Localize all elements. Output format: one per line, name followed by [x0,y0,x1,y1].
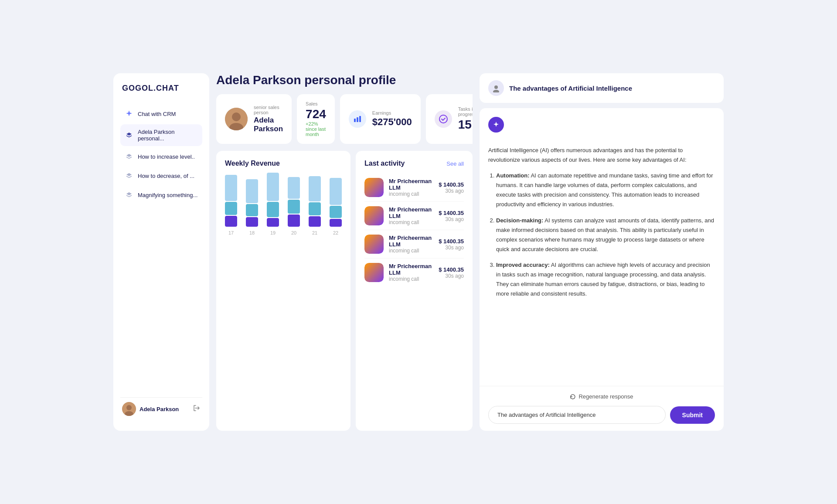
activity-amount: $ 1400.35 [439,210,464,216]
chat-header-title: The advantages of Artificial Intelligenc… [509,85,632,92]
bar-label: 21 [312,230,317,235]
bar-segment-bot [330,219,342,227]
earnings-body: Earnings $275'000 [372,110,412,128]
chat-bubble-row [480,108,724,137]
bar-group: 21 [309,176,321,235]
profile-name: Adela Parkson [254,116,283,133]
svg-point-15 [494,85,498,89]
chart-title: Weekly Revenue [225,160,342,167]
regenerate-button[interactable]: Regenerate response [488,393,715,400]
activity-item: Mr Pricheerman LLM incoming call $ 1400.… [364,202,464,230]
activity-amount: $ 1400.35 [439,181,464,188]
sidebar-nav: Chat with CRM Adela Parkson personal... [120,105,202,390]
activity-avatar [364,235,384,254]
bar-stack [288,177,300,227]
activity-info: Mr Pricheerman LLM incoming call [389,178,433,197]
chat-input[interactable] [488,406,666,424]
sales-card: Sales 724 +22% since last month [297,94,335,144]
right-panel: The advantages of Artificial Intelligenc… [480,73,724,431]
activity-meta: $ 1400.35 30s ago [439,181,464,194]
svg-point-1 [126,405,132,410]
chat-panel: Artificial Intelligence (AI) offers nume… [480,108,724,431]
profile-info: senior sales person Adela Parkson [254,105,283,133]
sales-label: Sales [306,101,326,106]
ai-avatar-dot [488,117,504,133]
activity-info: Mr Pricheerman LLM incoming call [389,263,433,282]
svg-rect-14 [364,263,384,282]
sales-change: +22% since last month [306,121,326,137]
svg-rect-12 [364,206,384,225]
tasks-value: 15 [458,118,473,132]
activity-time: 30s ago [439,273,464,279]
activity-name: Mr Pricheerman LLM [389,178,433,191]
earnings-value: $275'000 [372,116,412,128]
profile-avatar [225,108,248,130]
submit-button[interactable]: Submit [670,406,715,424]
see-all-link[interactable]: See all [446,160,464,167]
chat-point-2: Decision-making: AI systems can analyze … [496,216,715,254]
activity-avatar [364,178,384,197]
sidebar-item-how-increase[interactable]: How to increase level.. [120,148,202,165]
bar-segment-top [267,173,279,201]
bar-group: 17 [225,175,237,235]
sidebar-item-label: How to decrease, of ... [138,173,194,179]
tasks-label: Tasks in progress [458,106,473,117]
activity-time: 30s ago [439,245,464,251]
bar-stack [225,175,237,227]
chat-points-list: Automation: AI can automate repetitive a… [488,171,715,299]
logout-button[interactable] [193,404,201,414]
page-title: Adela Parkson personal profile [216,73,473,87]
bar-group: 18 [246,179,258,235]
activity-item: Mr Pricheerman LLM incoming call $ 1400.… [364,259,464,286]
layers-icon-3 [125,191,133,199]
svg-point-4 [232,112,241,121]
sidebar-item-magnifying[interactable]: Magnifying something... [120,186,202,204]
chat-point-2-title: Decision-making: [496,217,543,224]
bar-segment-mid [330,206,342,218]
activity-amount: $ 1400.35 [439,238,464,245]
sales-value: 724 [306,107,326,121]
bar-group: 19 [267,173,279,235]
sidebar-item-adela-profile[interactable]: Adela Parkson personal... [120,124,202,146]
activity-info: Mr Pricheerman LLM incoming call [389,235,433,254]
chat-point-3: Improved accuracy: AI algorithms can ach… [496,260,715,299]
tasks-icon [435,110,452,128]
bar-stack [330,178,342,227]
sparkle-icon [125,109,133,118]
chart-card: Weekly Revenue 171819202122 [216,151,350,431]
activity-avatar [364,263,384,282]
bar-segment-bot [267,218,279,227]
sidebar-user: Adela Parkson [122,402,179,416]
main-content: Adela Parkson personal profile senior sa… [216,73,473,431]
svg-rect-13 [364,235,384,254]
svg-rect-11 [364,178,384,197]
layers-icon-0 [125,131,133,140]
activity-meta: $ 1400.35 30s ago [439,210,464,222]
chat-content: Artificial Intelligence (AI) offers nume… [480,137,724,386]
activity-sub: incoming call [389,276,433,282]
activity-time: 30s ago [439,188,464,194]
sidebar-item-how-decrease[interactable]: How to decrease, of ... [120,167,202,184]
activity-item: Mr Pricheerman LLM incoming call $ 1400.… [364,174,464,202]
chat-input-row: Submit [488,406,715,424]
bar-segment-top [288,177,300,199]
activity-info: Mr Pricheerman LLM incoming call [389,206,433,225]
activity-amount: $ 1400.35 [439,266,464,273]
earnings-label: Earnings [372,110,412,116]
activity-sub: incoming call [389,248,433,254]
bar-label: 18 [249,230,255,235]
charts-activity-row: Weekly Revenue 171819202122 Last activit… [216,151,473,431]
bar-segment-bot [288,215,300,227]
sidebar-item-label: Magnifying something... [138,192,197,198]
earnings-card: Earnings $275'000 [340,94,421,144]
svg-rect-8 [359,116,361,122]
bar-segment-mid [309,202,321,215]
tasks-body: Tasks in progress 15 [458,106,473,132]
bar-segment-mid [246,204,258,216]
bar-segment-top [225,175,237,201]
sidebar-item-chat-crm[interactable]: Chat with CRM [120,105,202,123]
bar-stack [246,179,258,227]
bar-label: 20 [291,230,296,235]
profile-card: senior sales person Adela Parkson [216,94,292,144]
chat-header: The advantages of Artificial Intelligenc… [480,73,724,103]
